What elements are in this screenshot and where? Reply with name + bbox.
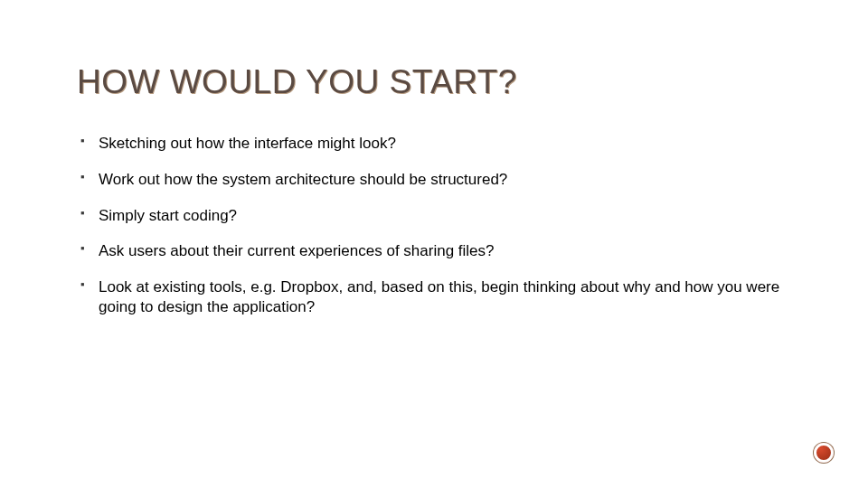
list-item: Sketching out how the interface might lo… [77, 134, 791, 154]
list-item: Simply start coding? [77, 206, 791, 226]
slide-title: HOW WOULD YOU START? [77, 63, 791, 101]
slide: HOW WOULD YOU START? Sketching out how t… [0, 0, 868, 488]
list-item: Work out how the system architecture sho… [77, 170, 791, 190]
list-item: Ask users about their current experience… [77, 241, 791, 261]
bullet-list: Sketching out how the interface might lo… [77, 134, 791, 317]
list-item: Look at existing tools, e.g. Dropbox, an… [77, 277, 791, 317]
decorative-dot-icon [814, 443, 834, 463]
